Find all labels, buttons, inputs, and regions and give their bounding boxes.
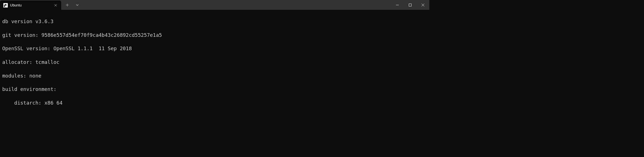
ubuntu-icon [3, 3, 8, 8]
close-button[interactable] [417, 0, 429, 10]
maximize-button[interactable] [404, 0, 417, 10]
svg-rect-6 [409, 4, 412, 6]
output-line: distarch: x86_64 [2, 100, 427, 105]
window-controls [391, 0, 429, 10]
tab-ubuntu[interactable]: Ubuntu [0, 1, 61, 10]
tab-dropdown-button[interactable] [74, 2, 81, 8]
terminal-output[interactable]: db version v3.6.3 git version: 9586e557d… [0, 10, 429, 105]
output-line: build environment: [2, 86, 427, 93]
output-line: modules: none [2, 73, 427, 79]
svg-point-5 [6, 4, 6, 5]
tab-title: Ubuntu [10, 3, 51, 7]
svg-point-4 [5, 4, 5, 5]
titlebar-drag-area[interactable] [81, 0, 391, 10]
titlebar: Ubuntu [0, 0, 429, 10]
tab-controls [61, 0, 81, 10]
output-line: OpenSSL version: OpenSSL 1.1.1 11 Sep 20… [2, 45, 427, 52]
new-tab-button[interactable] [64, 2, 71, 8]
minimize-button[interactable] [391, 0, 404, 10]
tab-close-button[interactable] [53, 3, 58, 8]
output-line: git version: 9586e557d54ef70f9ca4b43c268… [2, 32, 427, 38]
output-line: db version v3.6.3 [2, 18, 427, 25]
output-line: allocator: tcmalloc [2, 59, 427, 66]
